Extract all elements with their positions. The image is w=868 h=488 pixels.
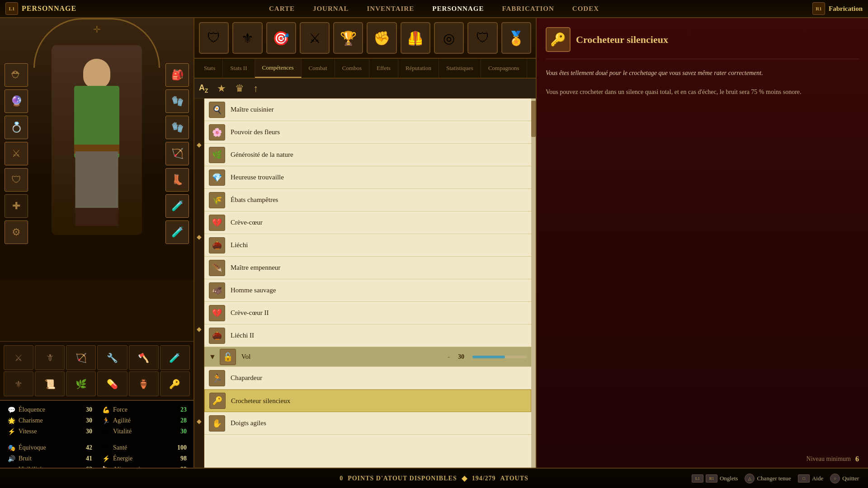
stat-vitesse: ⚡ Vitesse 30 [7, 427, 92, 436]
tab-reputation[interactable]: Réputation [398, 59, 439, 78]
nav-item-carte[interactable]: CARTE [269, 5, 295, 13]
force-label: Force [113, 406, 168, 413]
slot-icon-r6: 🧪 [171, 200, 184, 212]
scrollbar-track[interactable] [531, 99, 536, 468]
scrollbar-thumb[interactable] [531, 101, 536, 137]
bottom-slot-4[interactable]: 🔧 [97, 345, 127, 370]
skill-liechi-ii[interactable]: 🌰 Liéchi II [204, 324, 531, 347]
bottom-slot-2[interactable]: 🗡 [35, 345, 65, 370]
equip-slot-6[interactable]: ✚ [5, 194, 28, 218]
tab-combos[interactable]: Combos [335, 59, 369, 78]
nav-item-fabrication[interactable]: FABRICATION [502, 5, 554, 13]
bottom-slot-1[interactable]: ⚔ [4, 345, 33, 370]
equip-slot-r6[interactable]: 🧪 [165, 194, 189, 218]
nav-item-journal[interactable]: JOURNAL [313, 5, 349, 13]
nav-item-codex[interactable]: CODEX [572, 5, 599, 13]
skill-creve-coeur-ii[interactable]: 💔 Crève-cœur II [204, 302, 531, 324]
agilite-value: 28 [171, 417, 187, 424]
skill-name-pouvoir-fleurs: Pouvoir des fleurs [231, 128, 527, 136]
skill-homme-sauvage[interactable]: 🐗 Homme sauvage [204, 279, 531, 302]
tab-icon-10[interactable]: 🏅 [501, 22, 531, 54]
skill-name-homme-sauvage: Homme sauvage [231, 286, 527, 294]
skill-heureuse-trouvaille[interactable]: 💎 Heureuse trouvaille [204, 166, 531, 189]
tab-icon-8[interactable]: ◎ [434, 22, 464, 54]
r1-button[interactable]: R1 [812, 2, 825, 15]
nav-item-inventaire[interactable]: INVENTAIRE [367, 5, 414, 13]
stat-sante: ❤ Santé 100 [101, 443, 187, 452]
equip-slot-5[interactable]: 🛡 [5, 168, 28, 192]
equip-slot-1[interactable]: ⛑ [5, 63, 28, 87]
bottom-slot-8[interactable]: 📜 [35, 371, 65, 396]
tab-icon-9-img: 🛡 [476, 30, 490, 46]
skill-pouvoir-fleurs[interactable]: 🌸 Pouvoir des fleurs [204, 121, 531, 144]
equip-slot-r1[interactable]: 🎒 [165, 63, 189, 87]
skill-chapardeur[interactable]: 🏃 Chapardeur [204, 367, 531, 389]
tab-icon-4[interactable]: ⚔ [300, 22, 330, 54]
scroll-left-up[interactable]: ◆ [197, 141, 202, 149]
skill-icon-crocheteur-silencieux: 🔑 [209, 393, 226, 409]
tab-icon-7[interactable]: 🦺 [401, 22, 430, 54]
tab-effets[interactable]: Effets [369, 59, 398, 78]
tab-stats2[interactable]: Stats II [223, 59, 255, 78]
scroll-left-down[interactable]: ◆ [197, 418, 202, 425]
bottom-slot-12[interactable]: 🔑 [160, 371, 190, 396]
sort-az[interactable]: AZ [199, 83, 208, 94]
filter-crown-icon[interactable]: ♛ [235, 83, 244, 94]
tab-stats[interactable]: Stats [197, 59, 223, 78]
skill-liechi[interactable]: 🌰 Liéchi [204, 234, 531, 257]
tab-compagnons[interactable]: Compagnons [481, 59, 527, 78]
tab-icon-5-img: 🏆 [340, 30, 357, 46]
equip-slots-right: 🎒 🧤 🧤 🏹 👢 🧪 🧪 [165, 63, 189, 244]
detail-title: Crocheteur silencieux [576, 34, 668, 46]
atouts-label: ATOUTS [500, 475, 528, 482]
filter-star-icon[interactable]: ★ [217, 83, 226, 94]
equip-slot-r3[interactable]: 🧤 [165, 116, 189, 139]
nav-right: R1 Fabrication [778, 2, 868, 15]
bottom-slot-7[interactable]: ⚜ [4, 371, 33, 396]
scroll-left-mid1[interactable]: ◆ [197, 233, 202, 241]
equip-slot-4[interactable]: ⚔ [5, 142, 28, 165]
skill-doigts-agiles[interactable]: ✋ Doigts agiles [204, 412, 531, 435]
equip-slot-2[interactable]: 🔮 [5, 89, 28, 113]
skill-creve-coeur[interactable]: 💔 Crève-cœur [204, 211, 531, 234]
skill-maitre-cuisinier[interactable]: 🍳 Maître cuisinier [204, 99, 531, 121]
bottom-slot-3[interactable]: 🏹 [66, 345, 96, 370]
nav-item-personnage[interactable]: PERSONNAGE [432, 5, 484, 13]
tab-icon-9[interactable]: 🛡 [467, 22, 497, 54]
bottom-slot-6[interactable]: 🧪 [160, 345, 190, 370]
skill-name-doigts-agiles: Doigts agiles [231, 419, 527, 427]
tab-icon-2[interactable]: ⚜ [232, 22, 262, 54]
equip-slot-3[interactable]: 💍 [5, 116, 28, 139]
equip-slot-r2[interactable]: 🧤 [165, 89, 189, 113]
skill-maitre-empenneur[interactable]: 🪶 Maître empenneur [204, 257, 531, 279]
filter-arrow-icon[interactable]: ↑ [253, 83, 258, 94]
bottom-slot-11[interactable]: 🏺 [129, 371, 159, 396]
tab-combat[interactable]: Combat [302, 59, 335, 78]
l1-button[interactable]: L1 [5, 2, 18, 15]
scroll-left-mid2[interactable]: ◆ [197, 325, 202, 333]
equip-slot-r7[interactable]: 🧪 [165, 221, 189, 244]
vitesse-label: Vitesse [19, 428, 74, 435]
equip-slot-r5[interactable]: 👢 [165, 168, 189, 192]
bottom-slot-10[interactable]: 💊 [97, 371, 127, 396]
skill-crocheteur-silencieux[interactable]: 🔑 Crocheteur silencieux [204, 389, 531, 412]
tab-icon-5[interactable]: 🏆 [333, 22, 363, 54]
tab-icon-2-img: ⚜ [241, 30, 254, 46]
vitalite-icon: ❤ [101, 427, 110, 436]
skill-generosite-nature[interactable]: 🌿 Générosité de la nature [204, 144, 531, 166]
equip-slot-r4[interactable]: 🏹 [165, 142, 189, 165]
tab-icon-3[interactable]: 🎯 [266, 22, 296, 54]
slot-icon-r5: 👢 [171, 174, 184, 186]
bottom-slot-9[interactable]: 🌿 [66, 371, 96, 396]
category-vol[interactable]: ▼ 🔓 Vol - 30 [204, 347, 531, 367]
tab-competences[interactable]: Compétences [255, 59, 302, 78]
ctrl-triangle-icon: △ [745, 474, 755, 483]
bottom-slot-5[interactable]: 🪓 [129, 345, 159, 370]
tab-statistiques[interactable]: Statistiques [439, 59, 481, 78]
skill-ebats-champetres[interactable]: 🌾 Ébats champêtres [204, 189, 531, 211]
top-navigation: L1 Personnage CARTE JOURNAL INVENTAIRE P… [0, 0, 868, 18]
tab-icon-6[interactable]: ✊ [367, 22, 396, 54]
skills-list[interactable]: 🍳 Maître cuisinier 🌸 Pouvoir des fleurs … [204, 99, 531, 468]
equip-slot-7[interactable]: ⚙ [5, 221, 28, 244]
tab-icon-1[interactable]: 🛡 [199, 22, 229, 54]
